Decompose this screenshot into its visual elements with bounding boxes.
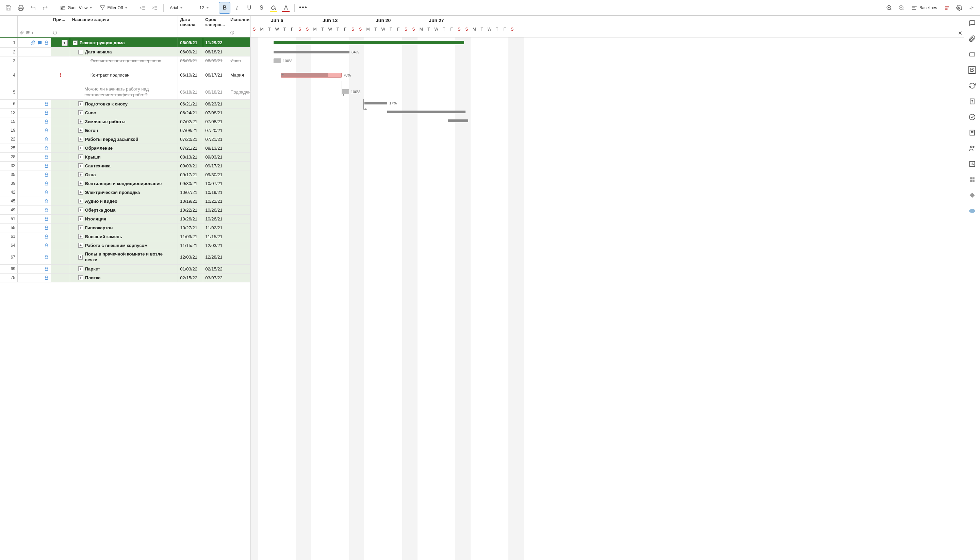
bold-button[interactable]: B	[219, 2, 230, 13]
task-row[interactable]: 12+Снос06/24/2107/08/21	[0, 108, 250, 117]
assignee-cell[interactable]	[228, 179, 250, 188]
expand-toggle[interactable]: +	[78, 137, 83, 142]
row-number[interactable]: 55	[0, 223, 18, 232]
end-date-cell[interactable]: 10/07/21	[203, 179, 228, 188]
task-name-cell[interactable]: Контракт подписан	[70, 65, 178, 85]
start-date-cell[interactable]: 10/26/21	[178, 215, 203, 223]
gantt-row[interactable]	[250, 205, 964, 214]
row-number[interactable]: 1	[0, 38, 18, 47]
expand-toggle[interactable]: +	[78, 208, 83, 212]
start-date-cell[interactable]: 06/10/21	[178, 65, 203, 85]
assignee-cell[interactable]	[228, 206, 250, 214]
task-row[interactable]: 51+Изоляция10/26/2110/26/21	[0, 215, 250, 223]
update-requests-icon[interactable]	[967, 81, 977, 90]
task-row[interactable]: 75+Плитка02/15/2203/07/22	[0, 273, 250, 282]
task-row[interactable]: 64+Работа с внешним корпусом11/15/2112/0…	[0, 241, 250, 250]
expand-toggle[interactable]: +	[78, 199, 83, 203]
assignee-cell[interactable]	[228, 273, 250, 282]
undo-button[interactable]	[27, 2, 39, 13]
salesforce-icon[interactable]	[967, 206, 977, 216]
gantt-row[interactable]	[250, 161, 964, 170]
underline-button[interactable]: U	[243, 2, 255, 13]
assignee-cell[interactable]	[228, 223, 250, 232]
task-row[interactable]: 25+Обрамление07/21/2108/13/21	[0, 144, 250, 153]
expand-toggle[interactable]: +	[78, 267, 83, 271]
close-gantt-button[interactable]: ✕	[958, 30, 962, 37]
row-dropdown-button[interactable]: ▾	[62, 40, 68, 46]
task-name-cell[interactable]: Можно ли начинать работу над составление…	[70, 85, 178, 99]
publish-icon[interactable]	[967, 97, 977, 106]
row-number[interactable]: 35	[0, 170, 18, 179]
start-date-cell[interactable]: 06/09/21	[178, 48, 203, 56]
end-date-cell[interactable]: 09/30/21	[203, 170, 228, 179]
priority-cell[interactable]	[51, 162, 70, 170]
start-date-cell[interactable]: 02/15/22	[178, 273, 203, 282]
task-name-cell[interactable]: +Полы в прачечной комнате и возле печки	[70, 250, 178, 264]
filter-selector[interactable]: Filter Off	[96, 2, 131, 13]
start-date-cell[interactable]: 06/18/21	[178, 85, 203, 99]
priority-cell[interactable]	[51, 57, 70, 65]
expand-toggle[interactable]: +	[78, 275, 83, 280]
row-number[interactable]: 12	[0, 108, 18, 117]
gantt-row[interactable]	[250, 272, 964, 280]
task-row[interactable]: 49+Обертка дома10/22/2110/26/21	[0, 206, 250, 215]
expand-toggle[interactable]: +	[78, 190, 83, 195]
task-row[interactable]: 4!Контракт подписан06/10/2106/17/21Мария	[0, 65, 250, 85]
gantt-row[interactable]	[250, 187, 964, 196]
expand-toggle[interactable]: +	[78, 155, 83, 159]
end-date-cell[interactable]: 08/13/21	[203, 144, 228, 152]
assignee-cell[interactable]: Иван	[228, 57, 250, 65]
gantt-bar[interactable]	[273, 41, 464, 44]
gantt-row[interactable]	[250, 125, 964, 134]
end-date-cell[interactable]: 10/22/21	[203, 197, 228, 205]
row-number[interactable]: 22	[0, 135, 18, 143]
task-row[interactable]: 3Окончательная оценка завершена06/09/210…	[0, 57, 250, 65]
settings-button[interactable]	[953, 2, 965, 13]
start-date-cell[interactable]: 12/03/21	[178, 250, 203, 264]
priority-cell[interactable]	[51, 232, 70, 241]
start-date-cell[interactable]: 10/27/21	[178, 223, 203, 232]
assignee-cell[interactable]: Подрядчи	[228, 85, 250, 99]
gantt-bar[interactable]: 100%	[273, 58, 281, 63]
gantt-row[interactable]: 100%	[250, 57, 964, 65]
start-date-cell[interactable]: 10/19/21	[178, 197, 203, 205]
priority-cell[interactable]	[51, 117, 70, 126]
italic-button[interactable]: I	[231, 2, 243, 13]
assignee-header[interactable]: Исполни ⓘ	[228, 16, 250, 37]
expand-toggle[interactable]: +	[78, 128, 83, 133]
task-row[interactable]: 28+Крыши08/13/2109/03/21	[0, 153, 250, 162]
expand-toggle[interactable]: +	[78, 243, 83, 248]
task-row[interactable]: 22+Работы перед засыпкой07/20/2107/21/21	[0, 135, 250, 144]
task-row[interactable]: 39+Вентиляция и кондиционирование09/30/2…	[0, 179, 250, 188]
text-color-button[interactable]: A	[280, 2, 292, 13]
expand-toggle[interactable]: +	[78, 146, 83, 150]
end-date-cell[interactable]: 12/28/21	[203, 250, 228, 264]
gantt-row[interactable]	[250, 249, 964, 263]
task-name-cell[interactable]: +Плитка	[70, 273, 178, 282]
assignee-cell[interactable]	[228, 126, 250, 135]
task-name-cell[interactable]: +Сантехника	[70, 162, 178, 170]
task-name-cell[interactable]: Окончательная оценка завершена	[70, 57, 178, 65]
task-row[interactable]: 42+Электрическая проводка10/07/2110/19/2…	[0, 188, 250, 197]
gantt-bar[interactable]: 78%	[281, 73, 342, 78]
row-number[interactable]: 19	[0, 126, 18, 135]
task-grid[interactable]: i При... ⓘ Название задачи Дата начала С…	[0, 16, 250, 560]
expand-toggle[interactable]: +	[78, 217, 83, 221]
expand-toggle[interactable]: +	[78, 102, 83, 106]
gantt-row[interactable]: 78%	[250, 65, 964, 85]
row-number[interactable]: 42	[0, 188, 18, 197]
start-date-cell[interactable]: 06/21/21	[178, 100, 203, 108]
task-row[interactable]: 61+Внешний камень11/03/2111/15/21	[0, 232, 250, 241]
task-name-cell[interactable]: −Дата начала	[70, 48, 178, 56]
priority-cell[interactable]	[51, 170, 70, 179]
row-number[interactable]: 28	[0, 153, 18, 161]
row-number[interactable]: 15	[0, 117, 18, 126]
priority-cell[interactable]	[51, 108, 70, 117]
assignee-cell[interactable]	[228, 197, 250, 205]
task-name-cell[interactable]: +Бетон	[70, 126, 178, 135]
brandfolder-icon[interactable]: B	[967, 65, 977, 75]
start-date-cell[interactable]: 11/03/21	[178, 232, 203, 241]
task-name-cell[interactable]: +Окна	[70, 170, 178, 179]
end-date-cell[interactable]: 11/02/21	[203, 223, 228, 232]
assignee-cell[interactable]	[228, 38, 250, 47]
